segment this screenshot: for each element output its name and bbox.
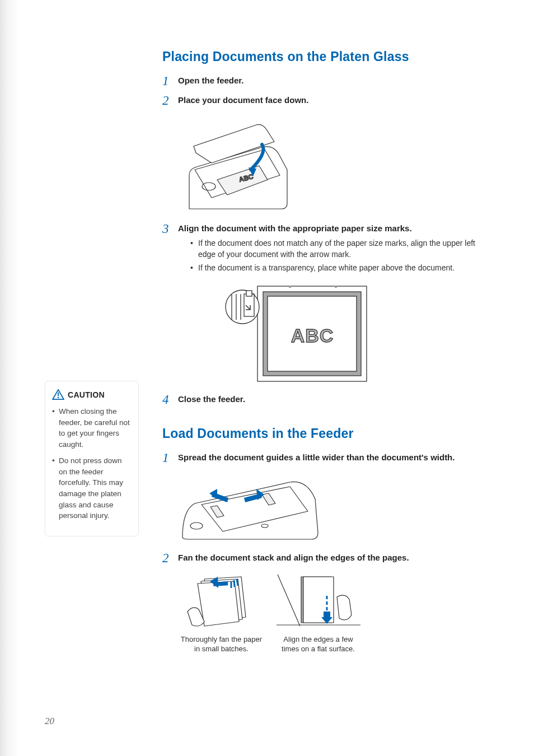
caption-fan: Thoroughly fan the paper in small batche… [178,634,265,654]
svg-rect-32 [324,612,330,617]
illustration-printer-open: ABC [178,114,489,214]
step: 1 Open the feeder. [162,74,489,87]
caution-icon [52,389,64,400]
step: 2 Fan the document stack and align the e… [162,552,489,564]
caution-item: Do not press down on the feeder forceful… [52,455,132,521]
step-title: Place your document face down. [178,94,489,106]
step-number: 1 [162,451,178,464]
caution-callout: CAUTION When closing the feeder, be care… [45,381,139,536]
step-number: 1 [162,74,178,87]
abc-label: ABC [291,325,334,346]
step: 1 Spread the document guides a little wi… [162,451,489,464]
step-number: 4 [162,393,178,406]
page-number: 20 [45,716,54,727]
step-title: Fan the document stack and align the edg… [178,552,489,563]
step-bullet: If the document does not match any of th… [190,237,489,260]
step-title: Close the feeder. [178,393,489,405]
section-title-platen: Placing Documents on the Platen Glass [162,49,489,64]
illustration-platen-align: ABC [224,282,489,385]
illustration-spread-guides [178,471,489,544]
svg-line-26 [237,579,238,586]
caption-align: Align the edges a few times on a flat su… [275,634,362,654]
step-title: Spread the document guides a little wide… [178,451,489,463]
section-title-feeder: Load Documents in the Feeder [162,426,489,441]
svg-line-25 [234,580,235,587]
step-title: Align the document with the appropriate … [178,222,489,234]
step-title: Open the feeder. [178,74,489,86]
manual-page: CAUTION When closing the feeder, be care… [0,0,534,756]
svg-line-27 [278,575,300,626]
step: 2 Place your document face down. [162,94,489,107]
step-number: 2 [162,94,178,107]
caution-item: When closing the feeder, be careful not … [52,406,132,450]
caution-label: CAUTION [68,390,105,399]
svg-point-15 [335,286,337,288]
step: 4 Close the feeder. [162,393,489,406]
step-number: 3 [162,222,178,235]
svg-point-1 [58,397,59,398]
step-number: 2 [162,552,178,564]
svg-marker-19 [209,489,217,499]
svg-rect-13 [246,291,252,296]
illustration-fan-align: Thoroughly fan the paper in small batche… [178,571,489,654]
step: 3 Align the document with the appropriat… [162,222,489,275]
step-bullet: If the document is a transparency, place… [190,262,489,273]
svg-point-14 [289,286,291,288]
